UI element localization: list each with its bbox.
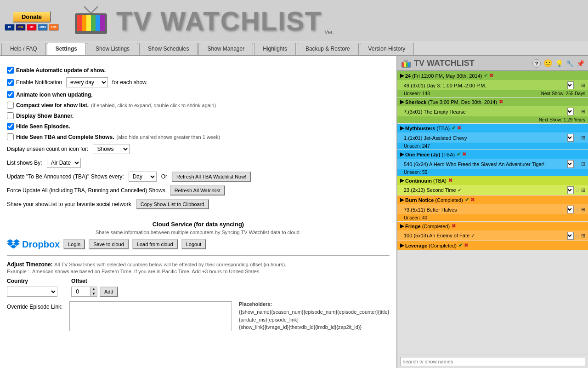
show-24-ep-select[interactable] <box>567 81 574 89</box>
show-continuum-ep-select[interactable] <box>567 186 574 194</box>
show-24-episode: 49.(3x01) Day 3: 1:00 P.M.-2:00 P.M. ☆ ⊞ <box>397 80 588 90</box>
override-textarea[interactable] <box>69 301 232 331</box>
notification-dropdown[interactable]: every day every week <box>66 77 108 87</box>
show-continuum-expand[interactable]: ⊞ <box>581 187 585 193</box>
spinner-up[interactable]: ▲ <box>90 287 97 292</box>
tz-country-label: Country <box>7 278 57 284</box>
show-continuum-star[interactable]: ☆ <box>575 187 580 194</box>
tz-country-col: Country United States United Kingdom <box>7 278 57 297</box>
show-sherlock-expand[interactable]: ⊞ <box>581 109 585 115</box>
display-banner-checkbox[interactable] <box>7 112 14 119</box>
show-mythbusters-star[interactable]: ☆ <box>575 134 580 141</box>
show-fringe-header[interactable]: ▶ Fringe (Completed) ✖ <box>397 222 588 230</box>
update-tba-or: Or <box>161 173 167 180</box>
show-burnnotice-expand[interactable]: ⊞ <box>581 207 585 213</box>
spinner-down[interactable]: ▼ <box>90 292 97 296</box>
show-mythbusters-expand[interactable]: ⊞ <box>581 135 585 141</box>
tab-listings[interactable]: Show Listings <box>87 43 138 55</box>
show-onepiece-ep-select[interactable] <box>567 160 574 168</box>
tab-settings[interactable]: Settings <box>47 43 86 55</box>
hide-tba-label: Hide Seen TBA and Complete Shows. <box>16 134 114 140</box>
tab-help[interactable]: Help / FAQ <box>1 43 46 55</box>
show-mythbusters-header[interactable]: ▶ Mythbusters (TBA) ✔ ✖ <box>397 124 588 132</box>
show-fringe-ep-select[interactable] <box>567 232 574 240</box>
show-onepiece-expand[interactable]: ⊞ <box>581 161 585 167</box>
logout-button[interactable]: Logout <box>181 239 206 249</box>
wrench-icon[interactable]: 🔧 <box>566 60 574 67</box>
show-24-star[interactable]: ☆ <box>575 82 580 89</box>
tz-country-select[interactable]: United States United Kingdom <box>7 287 57 297</box>
tab-schedules[interactable]: Show Schedules <box>139 43 198 55</box>
refresh-all-button[interactable]: Refresh All Watchlist <box>170 185 225 196</box>
show-sherlock-airtime: (Tue 3:00 PM, Dec 30th, 2014) <box>428 99 497 105</box>
compact-view-checkbox[interactable] <box>7 102 14 109</box>
donate-button[interactable]: Donate <box>12 11 51 23</box>
hide-tba-row: Hide Seen TBA and Complete Shows. (also … <box>7 133 390 140</box>
show-onepiece-star[interactable]: ☆ <box>575 161 580 167</box>
svg-rect-5 <box>82 15 86 31</box>
mc-icon: MC <box>27 24 37 31</box>
svg-rect-18 <box>404 62 406 67</box>
compact-view-row: Compact view for show list. (if enabled,… <box>7 102 390 109</box>
show-burnnotice-unseen-count: Unseen: 40 <box>404 215 427 220</box>
unseen-count-select[interactable]: Shows Episodes <box>93 144 130 154</box>
svg-line-1 <box>91 6 98 13</box>
share-label: Share your showList to your favorite soc… <box>7 201 131 207</box>
donate-section: Donate PP VISA MC AMEX DISC <box>5 11 59 31</box>
tz-offset-input[interactable] <box>72 288 90 296</box>
bulb-icon[interactable]: 💡 <box>555 60 563 67</box>
show-onepiece-header[interactable]: ▶ One Piece (Jp) (TBA) ✔ ✖ <box>397 150 588 159</box>
hide-seen-checkbox[interactable] <box>7 123 14 130</box>
tab-backup[interactable]: Backup & Restore <box>297 43 359 55</box>
cloud-title: Cloud Service (for data syncing) <box>7 221 390 228</box>
smiley-icon[interactable]: 🙂 <box>543 59 553 68</box>
show-sherlock-name: Sherlock <box>405 99 426 105</box>
update-tba-select[interactable]: Day Week <box>129 172 157 182</box>
animate-checkbox[interactable] <box>7 91 14 98</box>
show-sherlock-ep-select[interactable] <box>567 108 574 115</box>
show-sherlock-star[interactable]: ☆ <box>575 108 580 115</box>
list-shows-row: List shows By: Air Date Name <box>7 158 390 168</box>
load-cloud-button[interactable]: Load from cloud <box>132 239 178 249</box>
tab-manager[interactable]: Show Manager <box>198 43 253 55</box>
hide-tba-note: (also hide unaired shows greater than 1 … <box>117 134 220 140</box>
show-sherlock-header[interactable]: ▶ Sherlock (Tue 3:00 PM, Dec 30th, 2014)… <box>397 98 588 106</box>
show-burnnotice-header[interactable]: ▶ Burn Notice (Completed) ✔ ✖ <box>397 196 588 204</box>
hide-tba-checkbox[interactable] <box>7 133 14 140</box>
show-continuum-header[interactable]: ▶ Continuum (TBA) ✖ <box>397 176 588 185</box>
show-mythbusters-ep-select[interactable] <box>567 134 574 142</box>
svg-rect-8 <box>96 15 100 31</box>
login-button[interactable]: Login <box>63 239 85 249</box>
show-24-expand[interactable]: ⊞ <box>581 82 585 88</box>
tz-title: Adjust Timezone: <box>7 261 53 268</box>
show-24-header[interactable]: ▶ 24 (Fri 12:00 PM, May 30th, 2014) ✔ ✖ <box>397 71 588 80</box>
tab-highlights[interactable]: Highlights <box>254 43 296 55</box>
svg-rect-9 <box>100 15 105 31</box>
save-cloud-button[interactable]: Save to cloud <box>89 239 129 249</box>
show-fringe-star[interactable]: ☆ <box>575 232 580 239</box>
tz-offset-row: ▲ ▼ Add <box>71 287 118 297</box>
refresh-tba-button[interactable]: Refresh All TBA Watchlist Now! <box>172 172 251 182</box>
auto-update-checkbox[interactable] <box>7 67 14 74</box>
show-mythbusters-unseen: Unseen: 247 <box>397 143 588 150</box>
tz-add-button[interactable]: Add <box>100 287 118 297</box>
show-leverage-header[interactable]: ▶ Leverage (Completed) ✔ ✖ <box>397 241 588 250</box>
show-burnnotice-ep-title: 73.(5x11) Better Halves <box>404 207 567 213</box>
pin-icon[interactable]: 📌 <box>577 60 584 67</box>
watchlist-search-input[interactable] <box>400 357 585 366</box>
tab-history[interactable]: Version History <box>360 43 414 55</box>
override-label: Override Episode Link: <box>7 301 62 310</box>
list-shows-select[interactable]: Air Date Name <box>47 158 81 168</box>
animate-label: Animate icon when updating. <box>16 92 93 98</box>
help-icon[interactable]: ? <box>532 59 541 68</box>
copy-button[interactable]: Copy Show List to Clipboard <box>136 199 209 209</box>
show-burnnotice-ep-select[interactable] <box>567 206 574 213</box>
show-24-airtime: (Fri 12:00 PM, May 30th, 2014) <box>412 73 482 79</box>
dropbox-logo: Dropbox <box>7 239 60 250</box>
show-continuum-name: Continuum <box>405 178 432 184</box>
show-burnnotice-star[interactable]: ☆ <box>575 206 580 213</box>
watchlist-title: TV WATCHLIST <box>414 58 532 68</box>
notification-checkbox[interactable] <box>7 79 14 86</box>
show-burnnotice-x: ✖ <box>470 197 475 203</box>
show-fringe-expand[interactable]: ⊞ <box>581 233 585 239</box>
